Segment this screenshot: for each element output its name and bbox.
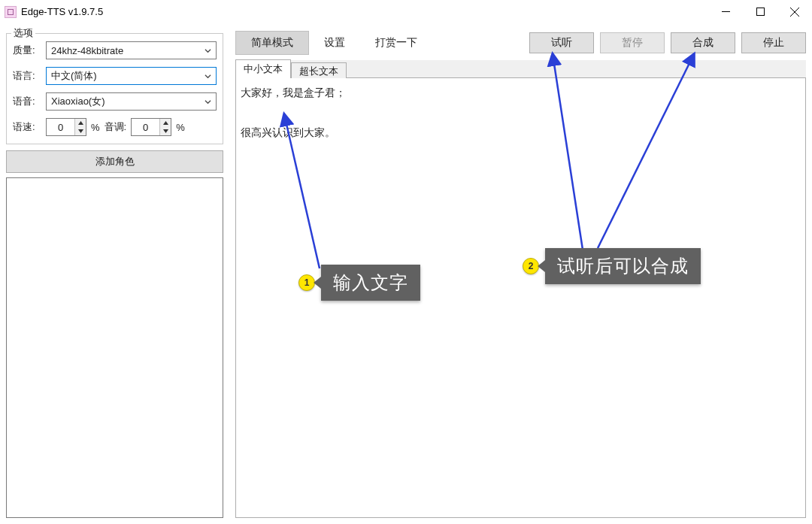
language-combo[interactable]: 中文(简体) — [46, 67, 217, 85]
subtab-long-text[interactable]: 超长文本 — [291, 62, 347, 80]
pitch-stepper[interactable]: 0 — [131, 118, 171, 136]
speed-percent: % — [91, 122, 100, 133]
chevron-down-icon — [202, 73, 213, 80]
chevron-down-icon — [202, 47, 213, 54]
synthesize-button[interactable]: 合成 — [671, 32, 735, 53]
quality-combo[interactable]: 24khz-48kbitrate — [46, 41, 217, 59]
tab-settings-label: 设置 — [324, 36, 345, 48]
close-button[interactable] — [777, 0, 812, 23]
pitch-down-button[interactable] — [160, 127, 171, 135]
pause-label: 暂停 — [622, 36, 643, 50]
subtab-short-text[interactable]: 中小文本 — [235, 59, 291, 78]
add-role-label: 添加角色 — [95, 155, 135, 168]
speed-stepper[interactable]: 0 — [46, 118, 86, 136]
language-label: 语言: — [13, 69, 41, 83]
app-body: 选项 质量: 24khz-48kbitrate 语言: 中文(简体) — [0, 24, 812, 524]
app-icon — [5, 6, 17, 18]
language-value: 中文(简体) — [51, 69, 97, 83]
pitch-value: 0 — [132, 119, 159, 135]
pitch-up-button[interactable] — [160, 119, 171, 127]
preview-label: 试听 — [551, 36, 572, 50]
preview-button[interactable]: 试听 — [529, 32, 594, 53]
text-sub-tabs: 中小文本 超长文本 — [235, 60, 806, 78]
window-controls — [708, 0, 812, 23]
text-area-wrap: 大家好，我是盒子君； 很高兴认识到大家。 — [235, 78, 806, 518]
speed-down-button[interactable] — [75, 127, 86, 135]
voice-label: 语音: — [13, 95, 41, 108]
add-role-button[interactable]: 添加角色 — [6, 150, 223, 173]
quality-label: 质量: — [13, 44, 41, 57]
stop-label: 停止 — [763, 36, 784, 50]
tab-simple-mode[interactable]: 简单模式 — [235, 31, 309, 55]
chevron-down-icon — [202, 98, 213, 105]
role-list[interactable] — [6, 177, 223, 518]
pitch-label: 音调: — [105, 120, 127, 134]
tab-simple-label: 简单模式 — [251, 36, 293, 48]
pause-button[interactable]: 暂停 — [600, 32, 665, 53]
subtab-short-label: 中小文本 — [244, 63, 283, 74]
speed-label: 语速: — [13, 120, 41, 134]
speed-value: 0 — [47, 119, 74, 135]
quality-value: 24khz-48kbitrate — [51, 45, 123, 56]
tab-donate-label: 打赏一下 — [375, 36, 417, 48]
speed-pitch-row: 语速: 0 % 音调: 0 % — [13, 118, 217, 136]
title-bar-left: Edge-TTS v1.9.7.5 — [5, 6, 103, 18]
text-input[interactable]: 大家好，我是盒子君； 很高兴认识到大家。 — [236, 78, 805, 517]
maximize-button[interactable] — [743, 0, 777, 23]
stop-button[interactable]: 停止 — [741, 32, 806, 53]
subtab-long-label: 超长文本 — [299, 65, 338, 77]
voice-combo[interactable]: Xiaoxiao(女) — [46, 92, 217, 111]
app-title: Edge-TTS v1.9.7.5 — [21, 6, 103, 17]
minimize-button[interactable] — [708, 0, 743, 23]
speed-up-button[interactable] — [75, 119, 86, 127]
pitch-percent: % — [176, 122, 185, 133]
svg-rect-0 — [756, 8, 764, 16]
options-groupbox: 选项 质量: 24khz-48kbitrate 语言: 中文(简体) — [6, 33, 223, 144]
sidebar: 选项 质量: 24khz-48kbitrate 语言: 中文(简体) — [0, 24, 229, 524]
tab-settings[interactable]: 设置 — [309, 32, 360, 54]
voice-row: 语音: Xiaoxiao(女) — [13, 92, 217, 111]
main-toolbar: 简单模式 设置 打赏一下 试听 暂停 合成 停止 — [229, 30, 812, 56]
tab-donate[interactable]: 打赏一下 — [360, 32, 432, 54]
voice-value: Xiaoxiao(女) — [51, 95, 105, 108]
quality-row: 质量: 24khz-48kbitrate — [13, 41, 217, 59]
options-group-title: 选项 — [11, 26, 35, 40]
synthesize-label: 合成 — [692, 36, 714, 50]
language-row: 语言: 中文(简体) — [13, 67, 217, 85]
main-area: 简单模式 设置 打赏一下 试听 暂停 合成 停止 中 — [229, 24, 812, 524]
title-bar: Edge-TTS v1.9.7.5 — [0, 0, 812, 24]
